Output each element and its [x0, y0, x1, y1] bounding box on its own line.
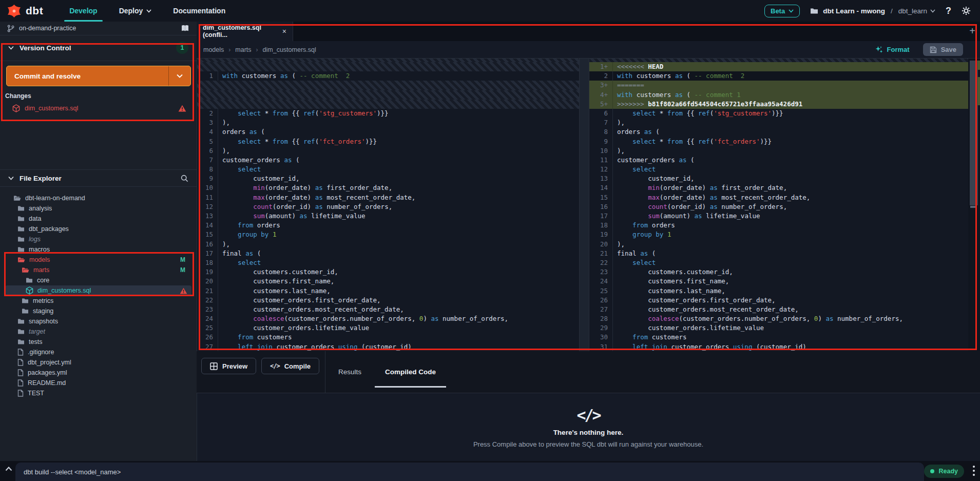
left-code-line-3[interactable]: 3),: [197, 118, 579, 127]
tab-results[interactable]: Results: [336, 351, 363, 393]
left-code-line-24[interactable]: 24 coalesce(customer_orders.number_of_or…: [197, 314, 579, 323]
right-code-line-24[interactable]: 24 customers.first_name,: [589, 277, 968, 286]
right-code-line-8[interactable]: 8orders as (: [589, 127, 968, 137]
tree-item-models[interactable]: modelsM: [0, 255, 197, 265]
left-code-line-23[interactable]: 23 customer_orders.most_recent_order_dat…: [197, 305, 579, 314]
right-code-line-19[interactable]: 19 group by 1: [589, 230, 968, 239]
tree-item-tests[interactable]: tests: [0, 337, 197, 347]
gear-icon[interactable]: [962, 6, 971, 15]
chevron-up-icon[interactable]: [5, 467, 12, 471]
right-code-line-20[interactable]: 20),: [589, 240, 968, 249]
save-button[interactable]: Save: [923, 43, 963, 56]
tree-item-core[interactable]: core: [0, 275, 197, 285]
left-code-line-1[interactable]: 1with customers as ( -- comment 2: [197, 71, 579, 81]
right-code-line-29[interactable]: 29 customer_orders.lifetime_value: [589, 323, 968, 333]
left-code-line-19[interactable]: 19 customers.customer_id,: [197, 267, 579, 277]
right-code-line-2[interactable]: 2with customers as ( -- comment 2: [589, 71, 968, 81]
scrollbar-thumb[interactable]: [970, 61, 978, 205]
version-control-header[interactable]: Version Control 1: [0, 35, 197, 61]
commit-button-dropdown[interactable]: [168, 66, 190, 86]
tree-item-macros[interactable]: macros: [0, 244, 197, 255]
right-code-line-13[interactable]: 13 customer_id,: [589, 174, 968, 183]
compile-button[interactable]: </> Compile: [261, 358, 319, 374]
editor-scrollbar[interactable]: [968, 58, 980, 351]
file-explorer-header[interactable]: File Explorer: [0, 169, 197, 187]
left-code-line-17[interactable]: 17final as (: [197, 249, 579, 258]
docs-book-icon[interactable]: [181, 25, 189, 32]
breadcrumb-item[interactable]: models: [203, 46, 224, 53]
left-code-line-22[interactable]: 22 customer_orders.first_order_date,: [197, 296, 579, 305]
right-code-line-15[interactable]: 15 max(order_date) as most_recent_order_…: [589, 193, 968, 202]
left-code-line-25[interactable]: 25 customer_orders.lifetime_value: [197, 323, 579, 333]
tree-item-target[interactable]: target: [0, 326, 197, 337]
nav-item-develop[interactable]: Develop: [69, 0, 97, 22]
diff-left-pane[interactable]: 1with customers as ( -- comment 22 selec…: [197, 58, 579, 351]
help-icon[interactable]: ?: [946, 6, 951, 16]
tree-item-dbt-learn-on-demand[interactable]: dbt-learn-on-demand: [0, 193, 197, 203]
right-code-line-25[interactable]: 25 customers.last_name,: [589, 286, 968, 296]
tree-item-staging[interactable]: staging: [0, 306, 197, 316]
dbt-logo[interactable]: dbt: [0, 4, 59, 18]
right-code-line-18[interactable]: 18 from orders: [589, 221, 968, 230]
right-code-line-6[interactable]: 6 select * from {{ ref('stg_customers')}…: [589, 109, 968, 118]
nav-item-deploy[interactable]: Deploy: [119, 0, 152, 22]
search-icon[interactable]: [181, 175, 188, 182]
right-code-line-3[interactable]: 3+=======: [589, 81, 968, 90]
right-code-line-30[interactable]: 30 from customers: [589, 333, 968, 342]
left-code-line-26[interactable]: 26 from customers: [197, 333, 579, 342]
right-code-line-11[interactable]: 11customer_orders as (: [589, 156, 968, 165]
tree-item-test[interactable]: TEST: [0, 388, 197, 398]
tab-dim-customers[interactable]: dim_customers.sql (confli... ×: [197, 22, 293, 41]
tree-item-packages-yml[interactable]: packages.yml: [0, 368, 197, 378]
right-code-line-1[interactable]: 1+<<<<<<< HEAD: [589, 62, 968, 71]
left-code-line-14[interactable]: 14 from orders: [197, 221, 579, 230]
tree-item--gitignore[interactable]: .gitignore: [0, 347, 197, 357]
close-icon[interactable]: ×: [282, 27, 286, 35]
changed-file-row[interactable]: dim_customers.sql: [0, 102, 197, 115]
left-code-line-12[interactable]: 12 count(order_id) as number_of_orders,: [197, 202, 579, 211]
right-code-line-7[interactable]: 7),: [589, 118, 968, 127]
left-code-line-5[interactable]: 5 select * from {{ ref('fct_orders')}}: [197, 137, 579, 146]
left-code-line-15[interactable]: 15 group by 1: [197, 230, 579, 239]
left-code-line-6[interactable]: 6),: [197, 146, 579, 156]
left-code-line-2[interactable]: 2 select * from {{ ref('stg_customers')}…: [197, 109, 579, 118]
breadcrumb-item[interactable]: marts: [235, 46, 251, 53]
right-code-line-31[interactable]: 31 left join customer_orders using (cust…: [589, 342, 968, 351]
left-code-line-10[interactable]: 10 min(order_date) as first_order_date,: [197, 183, 579, 193]
right-code-line-12[interactable]: 12 select: [589, 165, 968, 174]
right-code-line-4[interactable]: 4+with customers as ( -- comment 1: [589, 90, 968, 100]
left-code-line-20[interactable]: 20 customers.first_name,: [197, 277, 579, 286]
right-code-line-26[interactable]: 26 customer_orders.first_order_date,: [589, 296, 968, 305]
tree-item-dim-customers-sql[interactable]: dim_customers.sql: [0, 285, 197, 296]
left-code-line-18[interactable]: 18 select: [197, 258, 579, 267]
kebab-menu-icon[interactable]: [972, 465, 975, 476]
right-code-line-16[interactable]: 16 count(order_id) as number_of_orders,: [589, 202, 968, 211]
tree-item-readme-md[interactable]: README.md: [0, 378, 197, 388]
tree-item-analysis[interactable]: analysis: [0, 203, 197, 214]
diff-right-pane[interactable]: 1+<<<<<<< HEAD2with customers as ( -- co…: [589, 58, 968, 351]
tree-item-marts[interactable]: martsM: [0, 265, 197, 275]
left-code-line-16[interactable]: 16),: [197, 240, 579, 249]
nav-item-documentation[interactable]: Documentation: [173, 0, 225, 22]
right-code-line-9[interactable]: 9 select * from {{ ref('fct_orders')}}: [589, 137, 968, 146]
right-code-line-17[interactable]: 17 sum(amount) as lifetime_value: [589, 211, 968, 221]
tree-item-snapshots[interactable]: snapshots: [0, 316, 197, 326]
left-code-line-4[interactable]: 4orders as (: [197, 127, 579, 137]
left-code-line-11[interactable]: 11 max(order_date) as most_recent_order_…: [197, 193, 579, 202]
tree-item-dbt-packages[interactable]: dbt_packages: [0, 224, 197, 234]
format-button[interactable]: Format: [875, 46, 910, 53]
left-code-line-27[interactable]: 27 left join customer_orders using (cust…: [197, 342, 579, 351]
left-code-line-9[interactable]: 9 customer_id,: [197, 174, 579, 183]
diff-editor[interactable]: 1with customers as ( -- comment 22 selec…: [197, 58, 980, 351]
commit-and-resolve-button[interactable]: Commit and resolve: [6, 66, 191, 86]
tab-compiled-code[interactable]: Compiled Code: [383, 351, 438, 393]
right-code-line-21[interactable]: 21final as (: [589, 249, 968, 258]
left-code-line-8[interactable]: 8 select: [197, 165, 579, 174]
tree-item-logs[interactable]: logs: [0, 234, 197, 244]
tree-item-data[interactable]: data: [0, 214, 197, 224]
git-branch-selector[interactable]: on-demand-practice: [0, 22, 197, 35]
right-code-line-22[interactable]: 22 select: [589, 258, 968, 267]
right-code-line-5[interactable]: 5+>>>>>>> b81f802a66fd544504c65721e3ffaa…: [589, 100, 968, 109]
left-code-line-7[interactable]: 7customer_orders as (: [197, 156, 579, 165]
account-project-switcher[interactable]: dbt Learn - mwong / dbt_learn: [810, 7, 935, 15]
